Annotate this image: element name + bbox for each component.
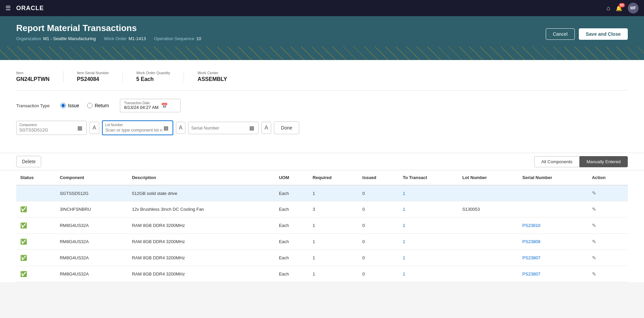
cancel-button[interactable]: Cancel [546,28,575,40]
meta-work-order: Work Order M1-1413 [104,36,146,41]
cell-status: ✅ [16,250,56,266]
component-field-label: Component [19,123,76,127]
lot-number-field-inner: Lot Number [105,123,162,133]
issue-radio-option[interactable]: Issue [60,103,79,108]
cell-required: 1 [309,218,358,234]
edit-icon[interactable]: ✎ [592,190,596,196]
col-to-transact: To Transact [399,170,458,185]
notification-bell[interactable]: 🔔 88 [616,5,622,11]
cell-uom: Each [275,218,309,234]
to-transact-link[interactable]: 1 [403,207,405,212]
nav-right: ⌂ 🔔 88 MF [607,3,639,13]
status-check-icon: ✅ [20,223,27,228]
cell-lot-number: S130053 [458,201,518,218]
cell-component: SGTSSD512G [56,185,128,201]
serial-number-input[interactable] [191,125,248,131]
serial-barcode-btn[interactable]: ▩ [248,124,256,132]
cell-action: ✎ [588,185,628,201]
edit-icon[interactable]: ✎ [592,239,596,244]
delete-button[interactable]: Delete [16,156,41,167]
cell-issued: 0 [358,185,399,201]
top-navigation: ☰ ORACLE ⌂ 🔔 88 MF [0,0,644,16]
table-row: SGTSSD512G512GB solid state driveEach101… [16,185,628,201]
component-text-btn[interactable]: A [89,122,99,134]
to-transact-link[interactable]: 1 [403,223,405,228]
org-label: Organization [16,36,41,41]
date-field-inner: Transaction Date 8/13/24 04:27 AM [124,101,159,110]
transaction-date-field[interactable]: Transaction Date 8/13/24 04:27 AM 📅 [120,99,181,112]
qty-info: Work Order Quantity 5 Each [136,71,184,82]
table-row: ✅3INCHFSNBRU12v Brushless 3Inch DC Cooli… [16,201,628,218]
cell-description: RAM 8GB DDR4 3200MHz [128,250,275,266]
cell-status: ✅ [16,234,56,250]
serial-number-link[interactable]: PS23807 [522,271,541,277]
transaction-type-row: Transaction Type Issue Return Transactio… [16,99,628,112]
component-barcode-btn[interactable]: ▩ [76,124,84,132]
all-components-button[interactable]: All Components [534,156,579,167]
calendar-icon[interactable]: 📅 [161,103,168,109]
home-icon[interactable]: ⌂ [607,5,610,12]
cell-description: RAM 8GB DDR4 3200MHz [128,218,275,234]
cell-uom: Each [275,185,309,201]
wo-value: M1-1413 [129,36,146,41]
hamburger-menu[interactable]: ☰ [5,4,11,12]
cell-to-transact: 1 [399,250,458,266]
done-button[interactable]: Done [274,121,299,134]
issue-radio[interactable] [60,103,66,108]
serial-number-link[interactable]: PS23807 [522,255,541,260]
serial-number-link[interactable]: PS23810 [522,223,541,228]
materials-table: Status Component Description UOM Require… [16,170,628,282]
serial-number-field-wrapper: ▩ [188,122,259,134]
item-info: Item GN24LPTWN [16,71,63,82]
work-center-label: Work Center [198,71,227,75]
cell-serial-number: PS23807 [518,266,588,282]
op-label: Operation Sequence [154,36,194,41]
banner-decoration [0,47,644,60]
to-transact-link[interactable]: 1 [403,255,405,260]
cell-uom: Each [275,266,309,282]
cell-lot-number [458,218,518,234]
cell-issued: 0 [358,250,399,266]
to-transact-link[interactable]: 1 [403,191,405,196]
component-input-row: Component ▩ A Lot Number ▩ A ▩ [16,120,628,135]
filter-buttons-group: All Components Manually Entered [534,156,628,167]
col-issued: Issued [358,170,399,185]
serial-number-link[interactable]: PS23809 [522,239,541,244]
cell-to-transact: 1 [399,185,458,201]
serial-text-btn[interactable]: A [261,122,271,134]
return-label: Return [95,103,109,108]
status-check-icon: ✅ [20,239,27,244]
component-input[interactable] [19,127,76,133]
col-required: Required [309,170,358,185]
cell-component: RM8G4US32A [56,250,128,266]
qty-value: 5 Each [136,76,170,82]
return-radio-option[interactable]: Return [87,103,109,108]
col-lot-number: Lot Number [458,170,518,185]
to-transact-link[interactable]: 1 [403,239,405,244]
nav-left: ☰ ORACLE [5,4,44,12]
lot-text-btn[interactable]: A [176,122,186,134]
edit-icon[interactable]: ✎ [592,206,596,212]
user-avatar[interactable]: MF [628,3,639,13]
table-row: ✅RM8G4US32ARAM 8GB DDR4 3200MHzEach101PS… [16,218,628,234]
lot-number-input[interactable] [105,127,162,133]
lot-barcode-btn[interactable]: ▩ [162,124,170,132]
edit-icon[interactable]: ✎ [592,255,596,261]
date-field-label: Transaction Date [124,101,159,105]
to-transact-link[interactable]: 1 [403,271,405,277]
manually-entered-button[interactable]: Manually Entered [579,156,628,167]
return-radio[interactable] [87,103,93,108]
cell-issued: 0 [358,201,399,218]
cell-uom: Each [275,201,309,218]
cell-status: ✅ [16,266,56,282]
cell-lot-number [458,234,518,250]
cell-description: RAM 8GB DDR4 3200MHz [128,266,275,282]
edit-icon[interactable]: ✎ [592,271,596,277]
cell-serial-number: PS23807 [518,250,588,266]
header-section: Report Material Transactions Organizatio… [0,16,644,47]
edit-icon[interactable]: ✎ [592,223,596,228]
transaction-type-label: Transaction Type [16,103,50,108]
cell-action: ✎ [588,266,628,282]
save-close-button[interactable]: Save and Close [579,28,628,40]
cell-component: RM8G4US32A [56,266,128,282]
